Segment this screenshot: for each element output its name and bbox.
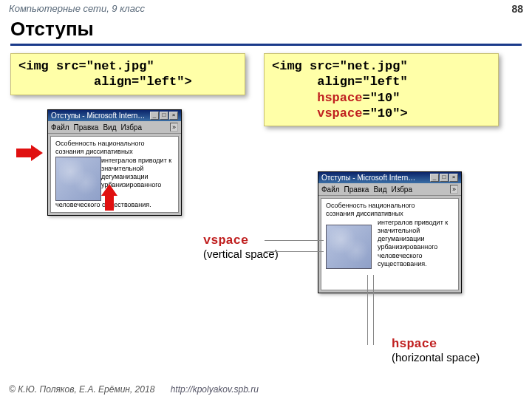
menu-bar: Файл Правка Вид Избра » — [48, 121, 181, 134]
hspace-desc: (horizontal space) — [392, 351, 480, 364]
menu-fav: Избра — [391, 185, 412, 194]
menu-fav: Избра — [120, 123, 142, 132]
menu-view: Вид — [103, 123, 116, 132]
sample-image-left — [55, 157, 101, 201]
browser-mock-right: Отступы - Microsoft Intern… _ □ × Файл П… — [318, 171, 462, 293]
minimize-icon: _ — [150, 112, 159, 120]
maximize-icon: □ — [440, 174, 449, 182]
close-icon: × — [169, 112, 178, 120]
chevron-icon: » — [170, 123, 178, 132]
slide-header: Компьютерные сети, 9 класс 88 — [0, 0, 532, 16]
svg-marker-1 — [101, 184, 117, 211]
chevron-icon: » — [450, 185, 458, 194]
title-rule — [10, 44, 522, 46]
vspace-keyword: vspace — [203, 233, 248, 248]
copyright: © К.Ю. Поляков, Е.А. Ерёмин, 2018 — [9, 384, 154, 395]
menu-edit: Правка — [74, 123, 99, 132]
sample-image-right — [326, 225, 372, 269]
close-icon: × — [449, 174, 458, 182]
titlebar: Отступы - Microsoft Intern… _ □ × — [48, 110, 181, 121]
menu-file: Файл — [51, 123, 69, 132]
guide-line — [265, 240, 324, 241]
code-example-right: <img src="net.jpg" align="left" hspace="… — [264, 53, 499, 126]
vspace-label: vspace (vertical space) — [203, 234, 279, 260]
slide-title: Отступы — [0, 16, 532, 44]
hspace-keyword: hspace — [392, 337, 437, 351]
page-number: 88 — [511, 3, 523, 15]
menu-view: Вид — [373, 185, 386, 194]
arrow-up-icon — [101, 184, 117, 211]
maximize-icon: □ — [160, 112, 168, 120]
titlebar: Отступы - Microsoft Intern… _ □ × — [318, 172, 461, 183]
guide-line — [367, 275, 368, 345]
menu-bar: Файл Правка Вид Избра » — [318, 183, 461, 196]
svg-marker-0 — [16, 145, 43, 161]
vspace-desc: (vertical space) — [203, 248, 279, 260]
minimize-icon: _ — [430, 174, 439, 182]
menu-file: Файл — [321, 185, 340, 194]
window-title: Отступы - Microsoft Intern… — [51, 112, 145, 120]
menu-edit: Правка — [344, 185, 369, 194]
sample-text-pre: Особенность национального сознания дисси… — [55, 140, 174, 157]
sample-text-pre: Особенность национального сознания дисси… — [326, 202, 454, 219]
course-name: Компьютерные сети, 9 класс — [9, 3, 145, 15]
footer-url: http://kpolyakov.spb.ru — [171, 384, 259, 395]
window-title: Отступы - Microsoft Intern… — [321, 174, 415, 182]
hspace-label: hspace (horizontal space) — [392, 338, 480, 364]
sample-text-wrap: интегралов приводит к значительной дегум… — [378, 219, 448, 267]
guide-line — [373, 275, 374, 345]
page-body-right: Особенность национального сознания дисси… — [321, 198, 459, 290]
footer: © К.Ю. Поляков, Е.А. Ерёмин, 2018 http:/… — [9, 384, 259, 395]
code-example-left: <img src="net.jpg" align="left"> — [10, 53, 245, 95]
guide-line — [265, 251, 324, 252]
content-area: <img src="net.jpg" align="left"> <img sr… — [0, 53, 532, 371]
arrow-right-icon — [16, 145, 43, 161]
